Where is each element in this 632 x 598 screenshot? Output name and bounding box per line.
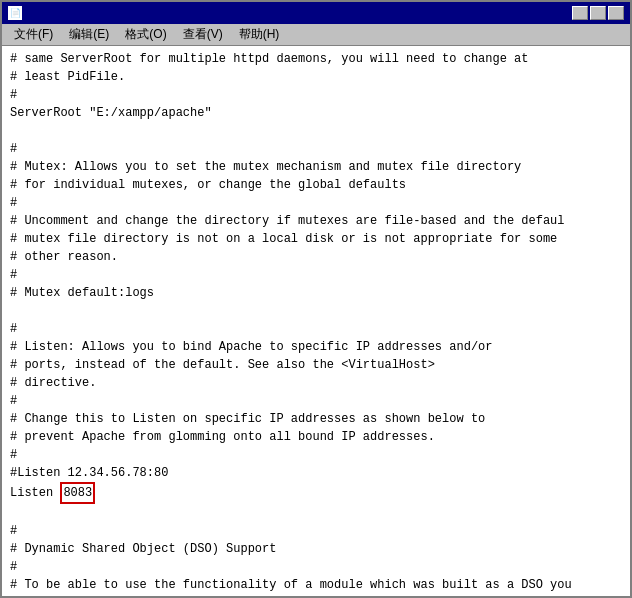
title-bar: 📄 <box>2 2 630 24</box>
code-content: # same ServerRoot for multiple httpd dae… <box>10 50 622 596</box>
close-button[interactable] <box>608 6 624 20</box>
maximize-button[interactable] <box>590 6 606 20</box>
title-buttons <box>572 6 624 20</box>
text-editor-area[interactable]: # same ServerRoot for multiple httpd dae… <box>2 46 630 596</box>
window-icon: 📄 <box>8 6 22 20</box>
menu-format[interactable]: 格式(O) <box>117 24 174 45</box>
menu-view[interactable]: 查看(V) <box>175 24 231 45</box>
title-bar-left: 📄 <box>8 6 28 20</box>
menu-bar: 文件(F) 编辑(E) 格式(O) 查看(V) 帮助(H) <box>2 24 630 46</box>
menu-file[interactable]: 文件(F) <box>6 24 61 45</box>
main-window: 📄 文件(F) 编辑(E) 格式(O) 查看(V) 帮助(H) # same S… <box>0 0 632 598</box>
menu-edit[interactable]: 编辑(E) <box>61 24 117 45</box>
menu-help[interactable]: 帮助(H) <box>231 24 288 45</box>
highlighted-value: 8083 <box>60 482 95 504</box>
minimize-button[interactable] <box>572 6 588 20</box>
